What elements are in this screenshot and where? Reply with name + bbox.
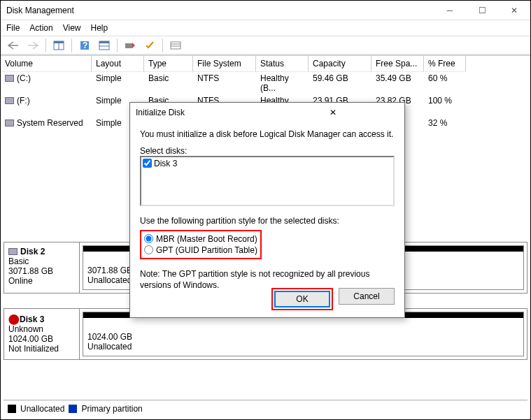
menu-file[interactable]: File bbox=[6, 23, 20, 33]
menu-view[interactable]: View bbox=[63, 23, 81, 33]
legend-unallocated: Unallocated bbox=[20, 404, 64, 414]
mbr-radio[interactable] bbox=[144, 234, 153, 243]
window-title: Disk Management bbox=[6, 6, 434, 15]
gpt-radio[interactable] bbox=[144, 245, 153, 254]
titlebar: Disk Management ─ ☐ ✕ bbox=[1, 1, 530, 20]
disk3-label: ⬤Disk 3 Unknown 1024.00 GB Not Initializ… bbox=[4, 309, 80, 359]
col-freespace[interactable]: Free Spa... bbox=[371, 56, 424, 72]
col-status[interactable]: Status bbox=[256, 56, 309, 72]
col-filesystem[interactable]: File System bbox=[193, 56, 256, 72]
col-capacity[interactable]: Capacity bbox=[309, 56, 371, 72]
select-disks-label: Select disks: bbox=[140, 146, 395, 156]
col-layout[interactable]: Layout bbox=[92, 56, 144, 72]
back-icon[interactable] bbox=[5, 38, 22, 53]
menu-help[interactable]: Help bbox=[91, 23, 108, 33]
col-pfree[interactable]: % Free bbox=[424, 56, 466, 72]
highlight-partition-style: MBR (Master Boot Record) GPT (GUID Parti… bbox=[140, 230, 262, 259]
volume-header: Volume Layout Type File System Status Ca… bbox=[1, 56, 530, 72]
disk2-label: Disk 2 Basic 3071.88 GB Online bbox=[4, 242, 80, 293]
svg-rect-8 bbox=[125, 43, 132, 48]
mbr-radio-row[interactable]: MBR (Master Boot Record) bbox=[144, 234, 257, 244]
col-volume[interactable]: Volume bbox=[1, 56, 92, 72]
cancel-button[interactable]: Cancel bbox=[339, 288, 395, 305]
disk-checkbox-item[interactable]: Disk 3 bbox=[143, 159, 392, 168]
menubar: File Action View Help bbox=[1, 20, 530, 36]
panel2-icon[interactable] bbox=[96, 38, 113, 53]
panel-icon[interactable] bbox=[50, 38, 67, 53]
disk-icon bbox=[8, 248, 17, 255]
close-button[interactable]: ✕ bbox=[498, 1, 530, 20]
help-icon[interactable]: ? bbox=[76, 38, 93, 53]
svg-text:?: ? bbox=[83, 41, 87, 50]
dialog-close-icon[interactable]: ✕ bbox=[267, 108, 399, 117]
toolbar: ? bbox=[1, 36, 530, 55]
list-icon[interactable] bbox=[167, 38, 184, 53]
menu-action[interactable]: Action bbox=[29, 23, 52, 33]
disk-select-list[interactable]: Disk 3 bbox=[140, 156, 395, 206]
error-icon: ⬤ bbox=[8, 313, 20, 324]
legend-primary-swatch bbox=[69, 405, 77, 413]
dialog-instruction: You must initialize a disk before Logica… bbox=[140, 129, 395, 139]
forward-icon[interactable] bbox=[24, 38, 41, 53]
partition-style-label: Use the following partition style for th… bbox=[140, 216, 395, 226]
gpt-radio-row[interactable]: GPT (GUID Partition Table) bbox=[144, 245, 257, 255]
volume-row[interactable]: (C:)SimpleBasicNTFSHealthy (B...59.46 GB… bbox=[1, 72, 530, 94]
dialog-title: Initialize Disk bbox=[136, 108, 267, 117]
svg-rect-6 bbox=[99, 41, 109, 43]
check-icon[interactable] bbox=[141, 38, 158, 53]
legend: Unallocated Primary partition bbox=[3, 400, 528, 417]
svg-rect-1 bbox=[54, 41, 64, 43]
ok-button[interactable]: OK bbox=[274, 291, 330, 307]
legend-primary: Primary partition bbox=[81, 404, 142, 414]
disk3-checkbox[interactable] bbox=[143, 159, 152, 168]
svg-rect-9 bbox=[171, 42, 180, 49]
col-type[interactable]: Type bbox=[144, 56, 193, 72]
action-icon[interactable] bbox=[122, 38, 139, 53]
disk3-partition[interactable]: 1024.00 GBUnallocated bbox=[83, 312, 524, 356]
highlight-ok: OK bbox=[271, 288, 333, 310]
maximize-button[interactable]: ☐ bbox=[466, 1, 498, 20]
minimize-button[interactable]: ─ bbox=[434, 1, 466, 20]
legend-unallocated-swatch bbox=[8, 405, 16, 413]
initialize-disk-dialog: Initialize Disk ✕ You must initialize a … bbox=[129, 102, 405, 318]
